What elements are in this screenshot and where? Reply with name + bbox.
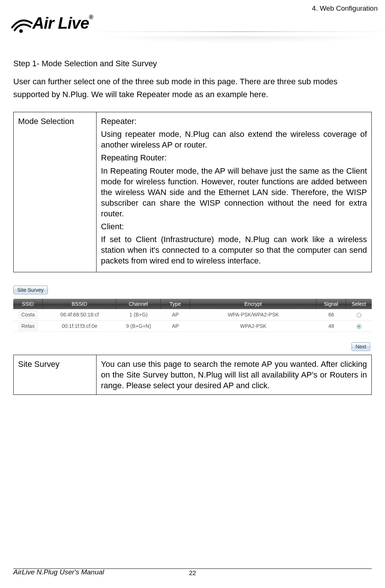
site-survey-desc: You can use this page to search the remo…	[97, 355, 372, 394]
col-encrypt: Encrypt	[190, 299, 316, 309]
mode-selection-table: Mode Selection Repeater: Using repeater …	[13, 112, 372, 272]
page-header: 4. Web Configuration Air Live®	[0, 0, 385, 44]
header-divider	[96, 31, 385, 32]
svg-point-0	[19, 29, 23, 33]
client-title: Client:	[101, 221, 367, 232]
table-row: Costa 06:4f:68:50:18:cf 1 (B+G) AP WPA-P…	[13, 309, 372, 320]
step-heading: Step 1- Mode Selection and Site Survey	[13, 59, 372, 68]
site-survey-def-table: Site Survey You can use this page to sea…	[13, 355, 372, 395]
cell-bssid: 06:4f:68:50:18:cf	[43, 309, 116, 320]
manual-title: AirLive N.Plug User's Manual	[13, 568, 109, 577]
repeater-desc: Using repeater mode, N.Plug can also ext…	[101, 129, 367, 150]
repeating-router-title: Repeating Router:	[101, 152, 367, 163]
cell-bssid: 00:1f:1f:f3:cf:0e	[43, 320, 116, 332]
select-radio[interactable]	[357, 324, 361, 329]
col-ssid: SSID	[13, 299, 43, 309]
repeating-router-desc: In Repeating Router mode, the AP will be…	[101, 166, 367, 219]
col-bssid: BSSID	[43, 299, 116, 309]
cell-ssid: Costa	[19, 311, 38, 319]
site-survey-label: Site Survey	[14, 355, 97, 394]
logo-text: Air Live®	[32, 14, 93, 32]
cell-type: AP	[161, 309, 190, 320]
mode-selection-label: Mode Selection	[14, 112, 97, 272]
cell-type: AP	[161, 320, 190, 332]
next-button[interactable]: Next	[351, 342, 370, 351]
cell-signal: 66	[316, 309, 346, 320]
table-row: Relax 00:1f:1f:f3:cf:0e 9 (B+G+N) AP WPA…	[13, 320, 372, 332]
section-title: 4. Web Configuration	[312, 4, 378, 13]
survey-header-row: SSID BSSID Channel Type Encrypt Signal S…	[13, 299, 372, 309]
site-survey-button[interactable]: Site Survey	[13, 286, 48, 294]
cell-ssid: Relax	[19, 322, 37, 330]
repeater-title: Repeater:	[101, 116, 367, 127]
cell-channel: 1 (B+G)	[116, 309, 161, 320]
col-type: Type	[161, 299, 190, 309]
cell-encrypt: WPA-PSK/WPA2-PSK	[190, 309, 316, 320]
logo: Air Live®	[7, 9, 93, 38]
survey-results-table: SSID BSSID Channel Type Encrypt Signal S…	[13, 299, 372, 332]
intro-paragraph: User can further select one of the three…	[13, 75, 372, 101]
site-survey-screenshot: Site Survey SSID BSSID Channel Type Encr…	[13, 286, 372, 351]
client-desc: If set to Client (Infrastructure) mode, …	[101, 234, 367, 266]
cell-channel: 9 (B+G+N)	[116, 320, 161, 332]
page-number: 22	[189, 570, 196, 577]
page-content: Step 1- Mode Selection and Site Survey U…	[0, 44, 385, 395]
header-shadow	[96, 36, 385, 43]
wifi-swoosh-icon	[7, 9, 35, 38]
col-signal: Signal	[316, 299, 346, 309]
cell-encrypt: WPA2-PSK	[190, 320, 316, 332]
registered-icon: ®	[89, 14, 93, 20]
col-select: Select	[346, 299, 372, 309]
col-channel: Channel	[116, 299, 161, 309]
cell-signal: 48	[316, 320, 346, 332]
mode-selection-desc: Repeater: Using repeater mode, N.Plug ca…	[97, 112, 372, 272]
select-radio[interactable]	[357, 313, 361, 318]
